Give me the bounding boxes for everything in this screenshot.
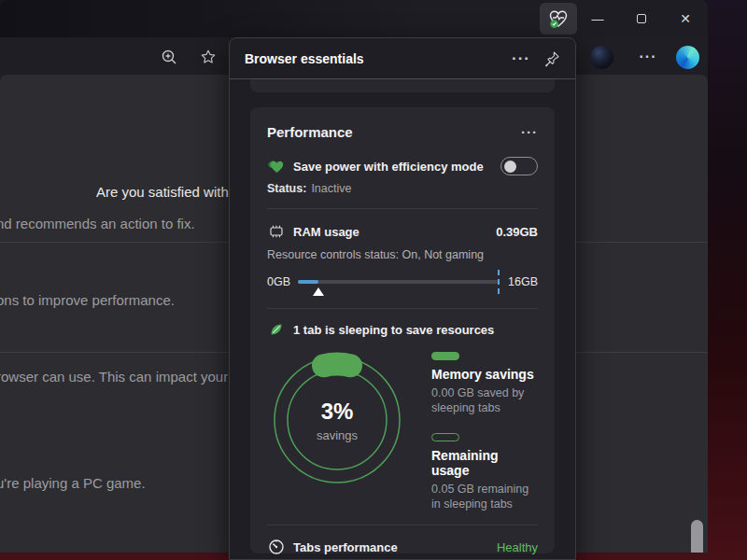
page-text-line: u're playing a PC game. bbox=[0, 475, 146, 491]
heart-pulse-icon bbox=[547, 7, 570, 30]
savings-donut-chart: 3% savings bbox=[267, 350, 407, 490]
ram-slider-track[interactable] bbox=[298, 280, 499, 284]
ram-slider-fill bbox=[298, 280, 318, 284]
resource-controls-status: Resource controls status: On, Not gaming bbox=[267, 248, 538, 263]
ram-slider[interactable]: 0GB 16GB bbox=[267, 273, 538, 291]
savings-word: savings bbox=[317, 428, 358, 442]
page-text-line: rowser can use. This can impact your bro… bbox=[0, 369, 262, 385]
sleeping-leaf-icon bbox=[267, 320, 286, 339]
close-button[interactable]: ✕ bbox=[671, 0, 699, 37]
ram-usage-label: RAM usage bbox=[293, 225, 496, 239]
donut-center-text: 3% savings bbox=[267, 350, 407, 490]
efficiency-mode-label: Save power with efficiency mode bbox=[293, 160, 500, 174]
slider-max-label: 16GB bbox=[508, 275, 538, 288]
performance-title: Performance bbox=[267, 124, 521, 140]
tabs-performance-label: Tabs performance bbox=[293, 540, 497, 554]
ram-chip-icon bbox=[267, 222, 286, 241]
profile-avatar[interactable] bbox=[590, 46, 613, 69]
minimize-button[interactable]: — bbox=[584, 0, 612, 37]
titlebar: — ✕ bbox=[0, 0, 708, 37]
flyout-header: Browser essentials ··· bbox=[230, 38, 575, 79]
ram-slider-max-marker bbox=[498, 270, 500, 294]
page-scrollbar-thumb[interactable] bbox=[691, 520, 703, 553]
slider-min-label: 0GB bbox=[267, 275, 290, 288]
maximize-icon bbox=[637, 14, 646, 23]
browser-essentials-flyout: Browser essentials ··· Performance ··· bbox=[229, 37, 576, 560]
page-text-line: ons to improve performance. bbox=[0, 292, 175, 308]
settings-more-button[interactable]: ··· bbox=[636, 45, 660, 69]
flyout-more-button[interactable]: ··· bbox=[512, 49, 530, 68]
ram-usage-value: 0.39GB bbox=[496, 225, 538, 239]
section-divider bbox=[267, 525, 538, 525]
efficiency-heart-icon bbox=[267, 157, 286, 175]
savings-percent: 3% bbox=[321, 399, 354, 425]
remaining-usage-title: Remaining usage bbox=[431, 448, 538, 478]
toggle-knob bbox=[504, 161, 516, 173]
memory-savings-detail: 0.00 GB saved by sleeping tabs bbox=[431, 385, 538, 416]
section-divider bbox=[267, 208, 538, 209]
remaining-usage-detail: 0.05 GB remaining in sleeping tabs bbox=[431, 482, 538, 512]
gauge-icon bbox=[267, 538, 286, 556]
page-text-line: Are you satisfied with po bbox=[96, 184, 248, 200]
section-divider bbox=[267, 308, 538, 309]
status-line: Status:Inactive bbox=[267, 182, 538, 197]
efficiency-mode-toggle[interactable] bbox=[500, 157, 538, 175]
savings-legend: Memory savings 0.00 GB saved by sleeping… bbox=[431, 352, 538, 511]
ram-slider-handle[interactable] bbox=[313, 287, 324, 296]
zoom-in-icon[interactable] bbox=[157, 45, 181, 69]
pin-icon[interactable] bbox=[543, 50, 560, 67]
performance-card: Performance ··· Save power with efficien… bbox=[250, 107, 555, 553]
savings-section: 3% savings Memory savings 0.00 GB saved … bbox=[267, 350, 538, 511]
status-value: Inactive bbox=[311, 182, 351, 195]
status-label: Status: bbox=[267, 182, 306, 195]
remaining-usage-pill-icon bbox=[431, 433, 459, 441]
favorites-star-icon[interactable] bbox=[196, 45, 220, 69]
desktop-background: — ✕ ··· Are you bbox=[0, 0, 747, 560]
browser-essentials-toolbar-button[interactable] bbox=[540, 3, 577, 35]
flyout-title: Browser essentials bbox=[245, 51, 512, 66]
sleeping-tabs-label: 1 tab is sleeping to save resources bbox=[293, 323, 538, 337]
performance-more-button[interactable]: ··· bbox=[521, 124, 538, 140]
memory-savings-title: Memory savings bbox=[431, 367, 538, 382]
tabs-performance-status: Healthy bbox=[497, 540, 538, 554]
copilot-icon[interactable] bbox=[676, 46, 699, 69]
page-text-line: nd recommends an action to fix. bbox=[0, 216, 195, 231]
memory-savings-pill-icon bbox=[431, 352, 459, 360]
maximize-button[interactable] bbox=[627, 0, 655, 37]
scrolled-card-remnant bbox=[250, 79, 555, 92]
